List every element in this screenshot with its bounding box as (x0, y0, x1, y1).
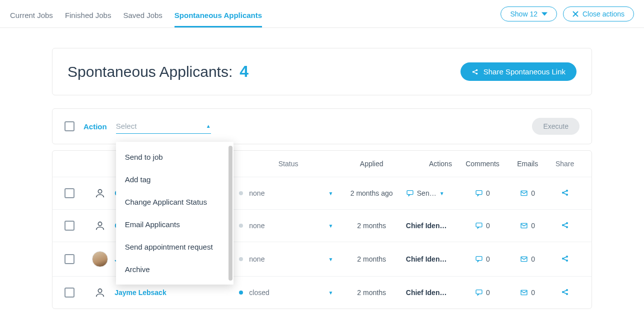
applied-value: 2 months (337, 255, 406, 263)
row-checkbox[interactable] (64, 288, 74, 298)
applied-value: 2 months (337, 289, 406, 297)
status-select[interactable]: none ▼ (249, 255, 337, 263)
svg-point-23 (98, 289, 102, 293)
email-icon[interactable] (520, 189, 528, 197)
caret-down-icon: ▼ (440, 191, 444, 196)
tab-spontaneous-applicants[interactable]: Spontaneous Applicants (174, 11, 262, 27)
applicant-count: 4 (240, 62, 248, 81)
row-actions-select[interactable]: Sen… ▼ (406, 189, 444, 197)
share-icon (472, 68, 478, 75)
tab-saved-jobs[interactable]: Saved Jobs (123, 11, 162, 27)
email-icon[interactable] (520, 222, 528, 230)
avatar (92, 251, 108, 267)
status-dot-icon (239, 191, 243, 195)
svg-rect-13 (476, 223, 482, 227)
person-icon (93, 219, 107, 233)
close-actions-label: Close actions (582, 10, 624, 18)
th-actions: Actions (406, 160, 460, 168)
comment-icon[interactable] (475, 255, 483, 263)
action-bar: Action Select ▲ Send to job Add tag Chan… (52, 108, 592, 144)
status-value: none (249, 189, 264, 197)
person-icon (93, 286, 107, 300)
status-select[interactable]: none ▼ (249, 222, 337, 230)
comments-count: 0 (486, 222, 490, 230)
status-dot-icon (239, 291, 243, 295)
share-row-button[interactable] (561, 290, 569, 298)
dropdown-item-send-appointment[interactable]: Send appointment request (116, 236, 234, 258)
applied-value: 2 months ago (337, 189, 406, 197)
status-value: none (249, 222, 264, 230)
caret-down-icon: ▼ (328, 290, 334, 296)
comment-icon[interactable] (475, 222, 483, 230)
applied-value: 2 months (337, 222, 406, 230)
status-value: none (249, 255, 264, 263)
actions-text: Chief Iden… (406, 255, 447, 263)
status-dot-icon (239, 224, 243, 228)
row-checkbox[interactable] (64, 188, 74, 198)
caret-up-icon: ▲ (206, 123, 211, 129)
actions-text: Sen… (417, 189, 436, 197)
dropdown-item-send-to-job[interactable]: Send to job (116, 146, 234, 168)
action-dropdown: Send to job Add tag Change Applicant Sta… (116, 142, 234, 285)
status-select[interactable]: none ▼ (249, 189, 337, 197)
tab-current-jobs[interactable]: Current Jobs (10, 11, 53, 27)
share-button-label: Share Spontaneous Link (484, 67, 566, 76)
execute-button[interactable]: Execute (532, 118, 580, 135)
comments-count: 0 (486, 255, 490, 263)
actions-text: Chief Iden… (406, 289, 447, 297)
speech-bubble-icon (406, 189, 414, 197)
emails-count: 0 (531, 289, 535, 297)
row-checkbox[interactable] (64, 221, 74, 231)
share-row-button[interactable] (561, 223, 569, 231)
tab-bar: Current Jobs Finished Jobs Saved Jobs Sp… (10, 0, 262, 27)
caret-down-icon (542, 11, 548, 17)
status-value: closed (249, 289, 269, 297)
th-applied: Applied (338, 160, 406, 168)
svg-point-12 (98, 222, 102, 226)
select-all-checkbox[interactable] (64, 121, 74, 131)
comment-icon[interactable] (475, 289, 483, 297)
close-icon (572, 11, 578, 17)
email-icon[interactable] (520, 255, 528, 263)
show-count-label: Show 12 (510, 10, 537, 18)
dropdown-item-change-status[interactable]: Change Applicant Status (116, 191, 234, 213)
applicant-name-link[interactable]: Jayme Lebsack (114, 289, 166, 297)
actions-text: Chief Iden… (406, 222, 447, 230)
status-select[interactable]: closed ▼ (249, 289, 337, 297)
dropdown-item-email-applicants[interactable]: Email Applicants (116, 213, 234, 236)
share-spontaneous-link-button[interactable]: Share Spontaneous Link (460, 62, 576, 81)
emails-count: 0 (531, 189, 535, 197)
th-emails: Emails (505, 160, 550, 168)
th-share: Share (550, 160, 580, 168)
action-label: Action (84, 122, 107, 131)
action-select-value: Select (116, 122, 137, 130)
dropdown-item-archive[interactable]: Archive (116, 258, 234, 281)
svg-point-5 (98, 190, 102, 193)
dropdown-item-add-tag[interactable]: Add tag (116, 168, 234, 191)
svg-rect-7 (476, 191, 482, 195)
comment-icon[interactable] (475, 189, 483, 197)
share-row-button[interactable] (561, 256, 569, 264)
dropdown-scrollbar[interactable] (228, 146, 232, 281)
share-row-button[interactable] (561, 190, 569, 198)
status-dot-icon (239, 257, 243, 261)
show-count-button[interactable]: Show 12 (500, 6, 556, 21)
page-title: Spontaneous Applicants: (68, 63, 232, 80)
svg-rect-18 (476, 257, 482, 261)
comments-count: 0 (486, 189, 490, 197)
tab-finished-jobs[interactable]: Finished Jobs (65, 11, 112, 27)
th-status: Status (240, 160, 338, 168)
emails-count: 0 (531, 255, 535, 263)
svg-rect-24 (476, 290, 482, 294)
comments-count: 0 (486, 289, 490, 297)
close-actions-button[interactable]: Close actions (563, 6, 634, 21)
page-header-card: Spontaneous Applicants: 4 Share Spontane… (52, 48, 592, 95)
svg-rect-6 (407, 191, 413, 195)
caret-down-icon: ▼ (328, 191, 334, 196)
person-icon (93, 186, 107, 200)
emails-count: 0 (531, 222, 535, 230)
caret-down-icon: ▼ (328, 257, 334, 262)
row-checkbox[interactable] (64, 254, 74, 264)
email-icon[interactable] (520, 289, 528, 297)
action-select[interactable]: Select ▲ (116, 119, 211, 134)
